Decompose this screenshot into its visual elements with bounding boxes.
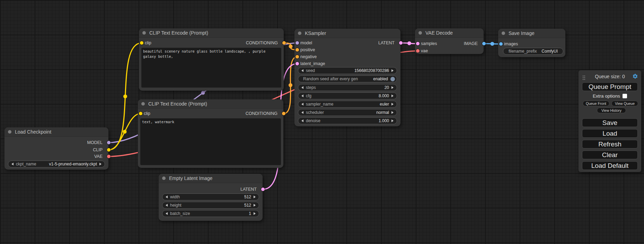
queue-size-label: Queue size: 0 [579, 74, 641, 79]
prompt-textarea[interactable]: text, watermark [140, 118, 281, 165]
widget-batch-size[interactable]: batch_size 1 [162, 210, 259, 217]
increment-arrow-icon[interactable] [391, 103, 394, 106]
node-title: Load Checkpoint [15, 129, 51, 135]
samples-input-dot[interactable] [416, 42, 420, 45]
node-title-bar[interactable]: Save Image [498, 29, 565, 38]
latent-output-dot[interactable] [261, 188, 265, 191]
node-title-bar[interactable]: CLIP Text Encode (Prompt) [139, 28, 284, 38]
node-title-bar[interactable]: VAE Decode [415, 28, 484, 38]
clip-input-dot[interactable] [139, 112, 142, 115]
extra-options-label: Extra options [593, 93, 620, 99]
increment-arrow-icon[interactable] [391, 94, 394, 97]
node-title: CLIP Text Encode (Prompt) [148, 101, 207, 107]
prompt-textarea[interactable]: beautiful scenery nature glass bottle la… [141, 48, 281, 88]
increment-arrow-icon[interactable] [254, 212, 256, 215]
node-graph-canvas[interactable]: Load Checkpoint MODEL CLIP VAE ckpt_name… [0, 0, 644, 244]
queue-menu-panel: Queue size: 0 Queue Prompt Extra options… [579, 70, 641, 172]
node-title: Save Image [509, 30, 535, 36]
queue-front-button[interactable]: Queue Front [583, 101, 609, 106]
decrement-arrow-icon[interactable] [166, 212, 168, 215]
latent-input-dot[interactable] [295, 62, 299, 65]
increment-arrow-icon[interactable] [254, 196, 256, 198]
node-clip-text-encode-negative[interactable]: CLIP Text Encode (Prompt) clip CONDITION… [138, 99, 283, 168]
model-input-dot[interactable] [295, 41, 299, 45]
queue-prompt-button[interactable]: Queue Prompt [582, 82, 638, 91]
model-output-dot[interactable] [107, 141, 111, 144]
decrement-arrow-icon[interactable] [11, 163, 14, 165]
collapse-dot-icon[interactable] [142, 31, 146, 35]
node-ksampler[interactable]: KSampler model positive negative latent_… [294, 29, 400, 126]
widget-width[interactable]: width 512 [162, 193, 259, 200]
collapse-dot-icon[interactable] [8, 130, 11, 134]
increment-arrow-icon[interactable] [391, 111, 394, 114]
vae-output-dot[interactable] [107, 155, 111, 158]
node-title-bar[interactable]: CLIP Text Encode (Prompt) [138, 99, 283, 109]
decrement-arrow-icon[interactable] [301, 86, 303, 89]
save-button[interactable]: Save [582, 118, 638, 127]
collapse-dot-icon[interactable] [502, 31, 505, 35]
node-load-checkpoint[interactable]: Load Checkpoint MODEL CLIP VAE ckpt_name… [5, 127, 108, 170]
positive-input-dot[interactable] [295, 48, 299, 52]
widget-label: ckpt_name [16, 162, 36, 166]
node-title: VAE Decode [425, 30, 453, 36]
increment-arrow-icon[interactable] [254, 204, 256, 207]
decrement-arrow-icon[interactable] [301, 94, 303, 97]
collapse-dot-icon[interactable] [418, 31, 422, 35]
clip-output-dot[interactable] [107, 148, 111, 152]
increment-arrow-icon[interactable] [99, 163, 102, 165]
node-vae-decode[interactable]: VAE Decode samples vae IMAGE [415, 28, 484, 54]
load-button[interactable]: Load [582, 129, 638, 138]
node-clip-text-encode-positive[interactable]: CLIP Text Encode (Prompt) clip CONDITION… [139, 28, 284, 91]
view-queue-button[interactable]: View Queue [611, 101, 638, 106]
images-input-dot[interactable] [499, 42, 503, 46]
widget-filename-prefix[interactable]: filename_prefix ComfyUI [503, 48, 563, 55]
widget-steps[interactable]: steps 20 [298, 84, 397, 91]
widget-scheduler[interactable]: scheduler normal [298, 109, 397, 116]
extra-options-checkbox[interactable] [623, 94, 627, 98]
widget-denoise[interactable]: denoise 1.000 [298, 117, 397, 124]
refresh-button[interactable]: Refresh [582, 140, 638, 148]
latent-output-dot[interactable] [399, 41, 403, 45]
increment-arrow-icon[interactable] [391, 69, 394, 72]
decrement-arrow-icon[interactable] [166, 196, 168, 198]
conditioning-output-dot[interactable] [282, 112, 285, 115]
widget-ckpt-name[interactable]: ckpt_name v1-5-pruned-emaonly.ckpt [8, 161, 105, 168]
toggle-knob-icon[interactable] [390, 77, 395, 81]
node-empty-latent-image[interactable]: Empty Latent Image LATENT width 512 heig… [159, 174, 263, 221]
image-output-dot[interactable] [482, 42, 486, 45]
collapse-dot-icon[interactable] [298, 31, 301, 35]
widget-cfg[interactable]: cfg 8.000 [298, 92, 397, 99]
increment-arrow-icon[interactable] [391, 86, 394, 89]
view-history-button[interactable]: View History [597, 108, 626, 113]
load-default-button[interactable]: Load Default [582, 161, 638, 170]
clip-input-dot[interactable] [140, 41, 143, 45]
node-title-bar[interactable]: KSampler [294, 29, 400, 38]
vae-input-dot[interactable] [416, 49, 420, 53]
node-title-bar[interactable]: Load Checkpoint [5, 127, 108, 137]
decrement-arrow-icon[interactable] [166, 204, 168, 207]
decrement-arrow-icon[interactable] [301, 111, 303, 114]
node-title-bar[interactable]: Empty Latent Image [159, 174, 263, 183]
widget-seed[interactable]: seed 156680208700286 [298, 67, 397, 74]
node-title: CLIP Text Encode (Prompt) [149, 30, 208, 36]
clear-button[interactable]: Clear [582, 151, 638, 159]
widget-value: v1-5-pruned-emaonly.ckpt [49, 162, 97, 166]
negative-input-dot[interactable] [295, 55, 299, 58]
conditioning-output-dot[interactable] [282, 41, 286, 45]
collapse-dot-icon[interactable] [141, 102, 145, 106]
increment-arrow-icon[interactable] [391, 119, 394, 122]
node-title: Empty Latent Image [169, 175, 212, 181]
collapse-dot-icon[interactable] [162, 177, 166, 180]
decrement-arrow-icon[interactable] [301, 69, 303, 72]
decrement-arrow-icon[interactable] [301, 119, 303, 122]
node-save-image[interactable]: Save Image images filename_prefix ComfyU… [498, 29, 565, 57]
gear-icon[interactable] [632, 73, 638, 79]
widget-random-seed-toggle[interactable]: Random seed after every gen enabled [298, 75, 397, 82]
widget-sampler-name[interactable]: sampler_name euler [298, 101, 397, 108]
decrement-arrow-icon[interactable] [301, 103, 303, 106]
widget-height[interactable]: height 512 [162, 202, 259, 209]
node-title: KSampler [305, 30, 326, 36]
